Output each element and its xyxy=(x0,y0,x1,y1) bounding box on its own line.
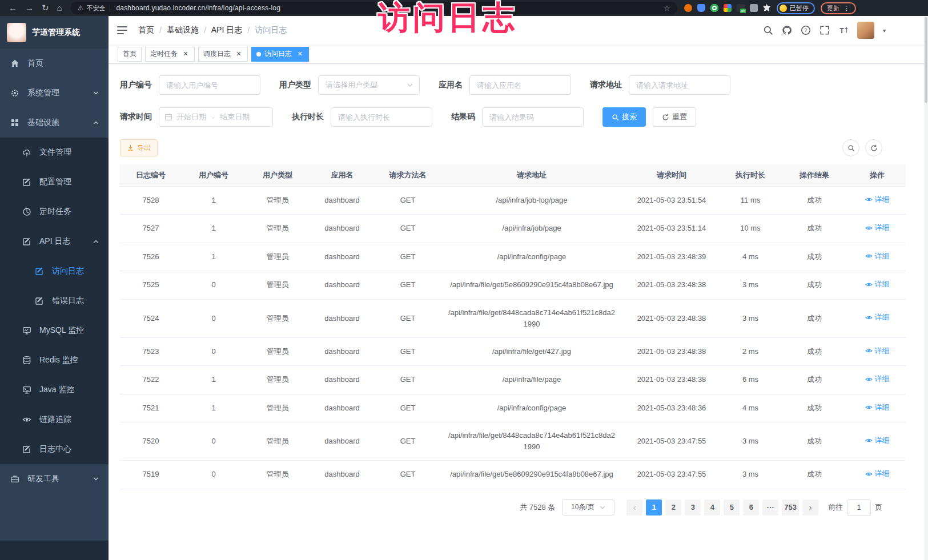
sidebar-item-api-log[interactable]: API 日志 xyxy=(0,227,109,256)
table-row: 75261管理员dashboardGET/api/infra/config/pa… xyxy=(120,243,906,271)
bookmark-star-icon[interactable]: ☆ xyxy=(664,4,670,13)
scrollbar[interactable] xyxy=(924,16,928,560)
extension-icon[interactable] xyxy=(710,4,718,12)
sidebar-item-log-center[interactable]: 日志中心 xyxy=(0,434,109,464)
toggle-search-icon[interactable] xyxy=(842,139,859,156)
page-button[interactable]: 6 xyxy=(743,499,759,515)
detail-link[interactable]: 详细 xyxy=(865,373,890,385)
sidebar-item-access-log[interactable]: 访问日志 xyxy=(0,256,109,286)
hamburger-icon[interactable] xyxy=(116,25,128,36)
extension-icon[interactable] xyxy=(697,4,705,12)
browser-update-button[interactable]: 更新 ⋮ xyxy=(821,2,856,14)
cell-app: dashboard xyxy=(310,186,375,215)
github-icon[interactable] xyxy=(782,25,792,35)
eye-icon xyxy=(865,470,873,478)
sidebar-item-system[interactable]: 系统管理 xyxy=(0,78,109,108)
sidebar-item-java[interactable]: Java 监控 xyxy=(0,375,109,405)
profile-emoji-icon xyxy=(780,5,787,12)
chevron-down-icon[interactable]: ▾ xyxy=(883,27,886,34)
result-code-input[interactable] xyxy=(482,107,584,127)
app-name-input[interactable] xyxy=(469,75,571,95)
breadcrumb-item[interactable]: API 日志 xyxy=(211,25,242,35)
browser-home-icon[interactable]: ⌂ xyxy=(57,0,62,16)
sidebar-item-trace[interactable]: 链路追踪 xyxy=(0,405,109,434)
tab-调度日志[interactable]: 调度日志✕ xyxy=(198,47,248,62)
page-button[interactable]: 2 xyxy=(665,499,681,515)
sidebar-item-job[interactable]: 定时任务 xyxy=(0,197,109,227)
close-icon[interactable]: ✕ xyxy=(182,50,190,58)
sidebar-item-config[interactable]: 配置管理 xyxy=(0,167,109,197)
detail-link[interactable]: 详细 xyxy=(865,468,890,480)
fullscreen-icon[interactable] xyxy=(819,25,830,35)
sidebar-item-file[interactable]: 文件管理 xyxy=(0,138,109,167)
profile-paused-badge[interactable]: 已暂停 xyxy=(777,2,815,14)
page-button[interactable]: 3 xyxy=(685,499,701,515)
close-icon[interactable]: ✕ xyxy=(296,50,304,58)
extensions-puzzle-icon[interactable] xyxy=(763,4,771,12)
column-header: 日志编号 xyxy=(120,164,182,186)
next-page-button[interactable]: › xyxy=(802,499,818,515)
user-id-input[interactable] xyxy=(159,75,260,95)
close-icon[interactable]: ✕ xyxy=(235,50,243,58)
gear-icon xyxy=(10,88,19,98)
sidebar-item-mysql[interactable]: MySQL 监控 xyxy=(0,316,109,345)
goto-page-input[interactable] xyxy=(847,499,871,515)
detail-link[interactable]: 详细 xyxy=(865,312,890,323)
sidebar-item-home[interactable]: 首页 xyxy=(0,49,109,78)
tab-首页[interactable]: 首页 xyxy=(118,47,142,62)
search-button[interactable]: 搜索 xyxy=(602,107,646,127)
user-avatar[interactable] xyxy=(857,22,874,39)
sidebar-item-infra[interactable]: 基础设施 xyxy=(0,108,109,138)
extension-icon[interactable] xyxy=(737,4,745,12)
detail-link[interactable]: 详细 xyxy=(865,194,890,206)
sidebar-item-label: 首页 xyxy=(27,58,43,69)
more-pages-button[interactable]: ··· xyxy=(762,499,778,515)
browser-forward-icon[interactable]: → xyxy=(25,0,34,16)
extension-icon[interactable] xyxy=(684,4,692,12)
detail-link[interactable]: 详细 xyxy=(865,345,890,357)
cell-id: 7522 xyxy=(120,366,182,394)
search-icon[interactable] xyxy=(763,25,773,35)
extension-icon[interactable] xyxy=(724,4,732,12)
breadcrumb-item[interactable]: 首页 xyxy=(138,25,154,35)
date-range-picker[interactable]: 开始日期 - 结束日期 xyxy=(159,107,273,127)
page-list: 123456···753 xyxy=(644,499,801,515)
detail-link[interactable]: 详细 xyxy=(865,222,890,233)
sidebar-item-redis[interactable]: Redis 监控 xyxy=(0,345,109,375)
browser-reload-icon[interactable]: ↻ xyxy=(42,0,49,16)
detail-link[interactable]: 详细 xyxy=(865,251,890,262)
detail-link[interactable]: 详细 xyxy=(865,435,890,446)
cell-user_id: 1 xyxy=(182,243,246,271)
browser-back-icon[interactable]: ← xyxy=(9,0,17,16)
export-button[interactable]: 导出 xyxy=(120,139,158,156)
breadcrumb-item[interactable]: 基础设施 xyxy=(167,25,199,35)
detail-link[interactable]: 详细 xyxy=(865,402,890,413)
prev-page-button[interactable]: ‹ xyxy=(626,499,642,515)
cell-user_type: 管理员 xyxy=(246,366,310,394)
help-icon[interactable]: ? xyxy=(801,25,811,35)
address-bar[interactable]: ⚠ 不安全 dashboard.yudao.iocoder.cn/infra/l… xyxy=(71,2,677,14)
cell-app: dashboard xyxy=(310,422,375,461)
page-button[interactable]: 1 xyxy=(646,499,662,515)
tab-定时任务[interactable]: 定时任务✕ xyxy=(145,47,195,62)
sidebar-menu: 首页系统管理基础设施文件管理配置管理定时任务API 日志访问日志错误日志MySQ… xyxy=(0,49,109,494)
page-button[interactable]: 753 xyxy=(782,499,799,515)
active-tab-dot xyxy=(256,52,261,57)
reset-button[interactable]: 重置 xyxy=(653,107,696,127)
table-row: 75240管理员dashboardGET/api/infra/file/get/… xyxy=(120,299,906,337)
sidebar-item-error-log[interactable]: 错误日志 xyxy=(0,286,109,316)
extension-icon[interactable] xyxy=(750,4,758,12)
user-type-select[interactable]: 请选择用户类型 xyxy=(318,75,420,95)
browser-menu-icon[interactable]: ⋮ xyxy=(843,5,850,12)
page-button[interactable]: 5 xyxy=(724,499,740,515)
request-url-input[interactable] xyxy=(629,75,730,95)
detail-link[interactable]: 详细 xyxy=(865,279,890,290)
sidebar-item-devtools[interactable]: 研发工具 xyxy=(0,464,109,494)
tab-访问日志[interactable]: 访问日志✕ xyxy=(251,47,309,62)
page-button[interactable]: 4 xyxy=(704,499,720,515)
scrollbar-thumb[interactable] xyxy=(925,17,927,103)
font-size-icon[interactable]: T xyxy=(838,25,849,35)
page-size-select[interactable]: 10条/页 xyxy=(562,499,614,515)
refresh-icon[interactable] xyxy=(865,139,882,156)
duration-input[interactable] xyxy=(331,107,432,127)
